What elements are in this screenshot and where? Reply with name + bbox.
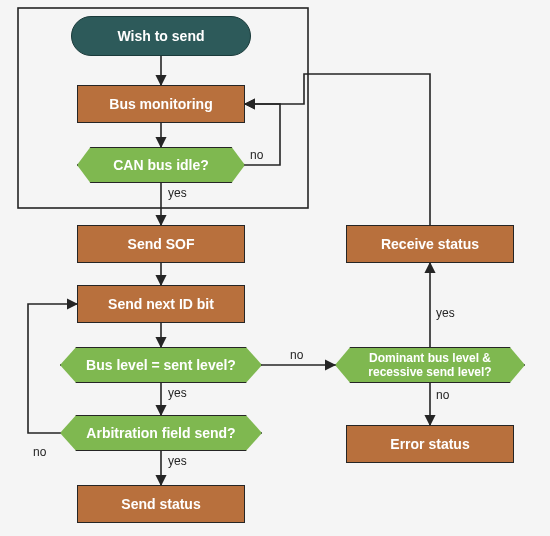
node-can-bus-idle: CAN bus idle? — [77, 147, 245, 183]
node-send-next-id-bit: Send next ID bit — [77, 285, 245, 323]
label-idle-no: no — [250, 148, 263, 162]
label-arb-yes: yes — [168, 454, 187, 468]
label-level-no: no — [290, 348, 303, 362]
node-bus-monitoring: Bus monitoring — [77, 85, 245, 123]
node-send-status: Send status — [77, 485, 245, 523]
label-arb-no: no — [33, 445, 46, 459]
node-dominant-recessive: Dominant bus level & recessive send leve… — [335, 347, 525, 383]
label-domrec-yes: yes — [436, 306, 455, 320]
node-send-sof: Send SOF — [77, 225, 245, 263]
node-arbitration-field-send: Arbitration field send? — [60, 415, 262, 451]
node-wish-to-send: Wish to send — [71, 16, 251, 56]
label-domrec-no: no — [436, 388, 449, 402]
label-idle-yes: yes — [168, 186, 187, 200]
node-error-status: Error status — [346, 425, 514, 463]
label-level-yes: yes — [168, 386, 187, 400]
flowchart-canvas: Wish to send Bus monitoring CAN bus idle… — [0, 0, 550, 536]
node-receive-status: Receive status — [346, 225, 514, 263]
node-bus-level-eq-sent: Bus level = sent level? — [60, 347, 262, 383]
